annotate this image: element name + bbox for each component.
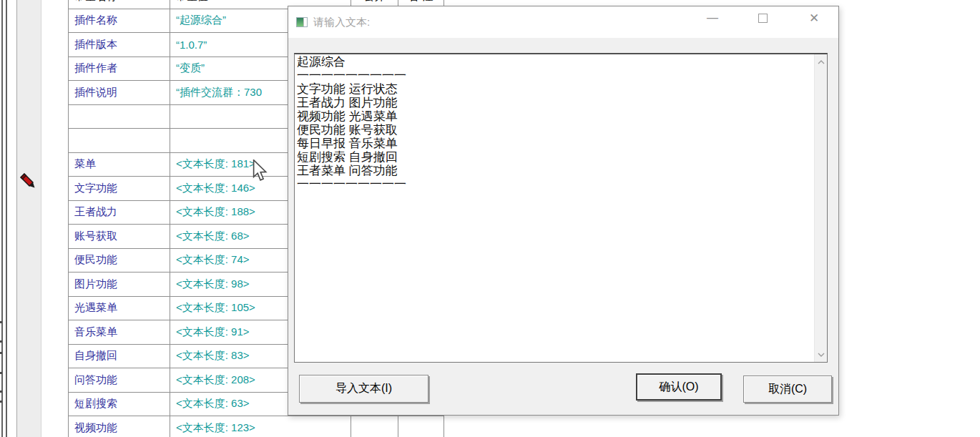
constant-name-cell[interactable]: 王者战力 [69, 201, 170, 225]
constant-remark-cell[interactable] [398, 416, 444, 437]
constant-name-cell[interactable]: 光遇菜单 [69, 297, 170, 321]
close-button[interactable]: ✕ [798, 6, 830, 29]
constant-name-cell[interactable]: 插件作者 [69, 57, 170, 82]
constant-value-cell[interactable]: <文本长度: 123> [170, 416, 351, 437]
minimize-button[interactable]: — [696, 6, 729, 29]
vertical-scrollbar[interactable] [814, 54, 827, 362]
header-constant-name: 常量名称 [69, 0, 170, 9]
panel-edge-line [6, 0, 7, 437]
table-gutter [17, 0, 41, 437]
constant-name-cell[interactable]: 插件说明 [69, 81, 170, 105]
clipped-text-mark [0, 340, 2, 343]
constant-name-cell[interactable]: 问答功能 [69, 368, 170, 393]
maximize-button[interactable] [746, 6, 779, 29]
dialog-titlebar[interactable]: 请输入文本: — ✕ [288, 6, 838, 38]
constant-name-cell[interactable] [69, 105, 170, 129]
constant-name-cell[interactable] [69, 129, 170, 153]
constant-name-cell[interactable]: 短剧搜索 [69, 393, 170, 417]
constant-public-cell[interactable] [351, 416, 398, 437]
constant-name-cell[interactable]: 视频功能 [69, 416, 170, 437]
clipped-text-mark [0, 352, 2, 354]
clipped-text-mark [0, 401, 2, 403]
table-row: 视频功能 <文本长度: 123> [69, 416, 444, 437]
constant-name-cell[interactable]: 便民功能 [69, 249, 170, 273]
text-input-content[interactable]: 起源综合 一一一一一一一一一 文字功能 运行状态 王者战力 图片功能 视频功能 … [297, 55, 813, 361]
constant-name-cell[interactable]: 插件名称 [69, 9, 170, 34]
clipped-text-mark [0, 321, 2, 323]
scroll-up-icon[interactable] [815, 56, 827, 68]
constant-name-cell[interactable]: 自身撤回 [69, 345, 170, 369]
dialog-window-icon [296, 17, 308, 27]
constant-name-cell[interactable]: 文字功能 [69, 177, 170, 201]
import-text-button[interactable]: 导入文本(I) [299, 375, 428, 403]
text-input-area[interactable]: 起源综合 一一一一一一一一一 文字功能 运行状态 王者战力 图片功能 视频功能 … [294, 53, 828, 363]
constant-name-cell[interactable]: 插件版本 [69, 33, 170, 57]
dialog-title: 请输入文本: [313, 16, 370, 29]
constant-name-cell[interactable]: 音乐菜单 [69, 320, 170, 345]
maximize-icon [758, 14, 768, 23]
clipped-text-mark [0, 372, 2, 374]
edit-pen-icon [19, 172, 39, 192]
cancel-button[interactable]: 取消(C) [743, 375, 832, 403]
input-text-dialog: 请输入文本: — ✕ 起源综合 一一一一一一一一一 文字功能 运行状态 王者战力… [288, 6, 839, 416]
constant-name-cell[interactable]: 菜单 [69, 153, 170, 177]
clipped-text-mark [0, 391, 2, 393]
confirm-button[interactable]: 确认(O) [636, 373, 722, 401]
constant-name-cell[interactable]: 图片功能 [69, 272, 170, 297]
constant-name-cell[interactable]: 账号获取 [69, 225, 170, 249]
scroll-down-icon[interactable] [815, 348, 827, 360]
mouse-cursor [253, 159, 270, 183]
